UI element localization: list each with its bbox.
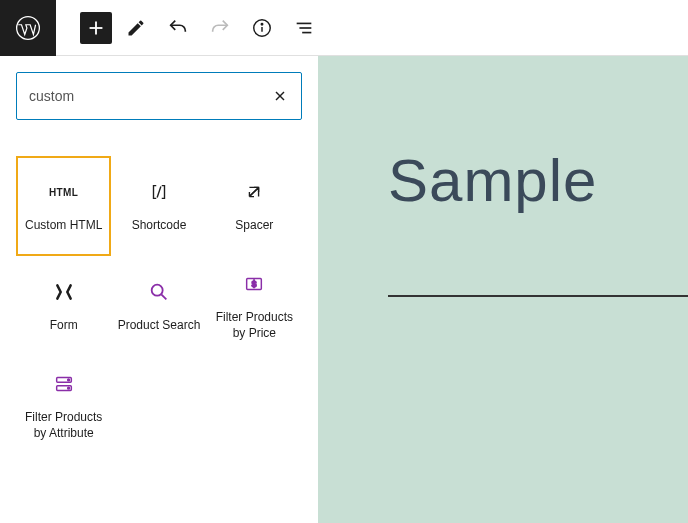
attribute-icon: [53, 370, 75, 398]
block-inserter-panel: HTML Custom HTML Shortcode: [0, 56, 318, 523]
wordpress-logo[interactable]: [0, 0, 56, 56]
block-label: Form: [50, 318, 78, 334]
redo-icon: [202, 10, 238, 46]
block-filter-attribute[interactable]: Filter Products by Attribute: [16, 356, 111, 456]
block-spacer[interactable]: Spacer: [207, 156, 302, 256]
svg-text:$: $: [252, 280, 257, 289]
svg-point-0: [17, 16, 40, 39]
block-search-input[interactable]: [16, 72, 302, 120]
svg-line-11: [157, 187, 161, 198]
info-icon[interactable]: [244, 10, 280, 46]
undo-icon[interactable]: [160, 10, 196, 46]
shortcode-icon: [148, 178, 170, 206]
price-icon: $: [243, 270, 265, 298]
block-label: Shortcode: [132, 218, 187, 234]
editor-canvas[interactable]: Sample: [318, 56, 688, 523]
block-label: Filter Products by Attribute: [20, 410, 107, 441]
search-wrap: [16, 72, 302, 120]
block-form[interactable]: Form: [16, 256, 111, 356]
svg-point-5: [261, 23, 262, 24]
block-results-grid: HTML Custom HTML Shortcode: [16, 156, 302, 456]
page-title[interactable]: Sample: [388, 146, 688, 215]
svg-line-14: [161, 294, 166, 299]
block-shortcode[interactable]: Shortcode: [111, 156, 206, 256]
block-custom-html[interactable]: HTML Custom HTML: [16, 156, 111, 256]
form-icon: [54, 278, 74, 306]
block-label: Custom HTML: [25, 218, 102, 234]
block-filter-price[interactable]: $ Filter Products by Price: [207, 256, 302, 356]
block-label: Filter Products by Price: [211, 310, 298, 341]
block-product-search[interactable]: Product Search: [111, 256, 206, 356]
html-icon: HTML: [49, 178, 78, 206]
svg-point-19: [67, 379, 69, 381]
svg-point-20: [67, 388, 69, 390]
add-block-button[interactable]: [80, 12, 112, 44]
clear-search-icon[interactable]: [266, 82, 294, 110]
svg-point-13: [152, 285, 163, 296]
search-icon: [148, 278, 170, 306]
block-label: Spacer: [235, 218, 273, 234]
editor-toolbar: [0, 0, 688, 56]
outline-icon[interactable]: [286, 10, 322, 46]
separator-block[interactable]: [388, 295, 688, 297]
edit-mode-icon[interactable]: [118, 10, 154, 46]
block-label: Product Search: [118, 318, 201, 334]
spacer-icon: [243, 178, 265, 206]
